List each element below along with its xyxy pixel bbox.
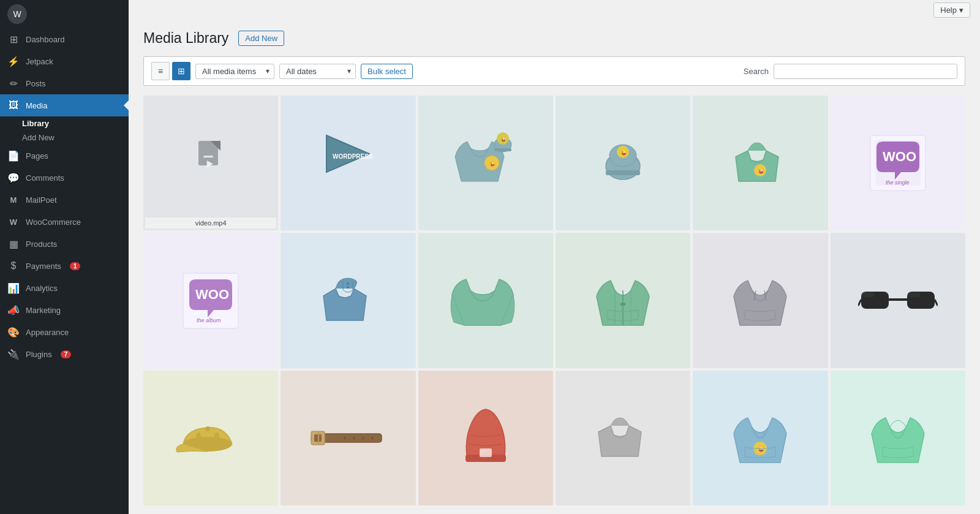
svg-point-28 — [347, 286, 349, 289]
svg-point-51 — [371, 437, 374, 439]
sidebar-item-analytics[interactable]: 📊 Analytics — [0, 277, 129, 299]
sidebar-item-payments[interactable]: $ Payments 1 — [0, 255, 129, 277]
media-item[interactable] — [556, 371, 690, 505]
woocommerce-icon: W — [7, 217, 20, 227]
plugins-badge: 7 — [61, 350, 72, 358]
sidebar-item-library[interactable]: Library — [0, 116, 129, 130]
list-view-icon: ≡ — [158, 66, 163, 76]
main-content: Help ▾ Media Library Add New ≡ ⊞ All med… — [129, 0, 980, 514]
media-item[interactable]: 😜 — [693, 96, 827, 230]
media-type-filter[interactable]: All media items Images Audio Video — [195, 64, 274, 79]
pages-icon: 📄 — [7, 150, 20, 162]
sidebar-label-media: Media — [26, 101, 47, 110]
media-filter-wrapper: All media items Images Audio Video — [195, 64, 274, 79]
bulk-select-button[interactable]: Bulk select — [361, 64, 413, 79]
sidebar-label-mailpoet: MailPoet — [26, 195, 57, 205]
sidebar-label-posts: Posts — [26, 79, 46, 88]
svg-point-49 — [353, 437, 355, 439]
jetpack-icon: ⚡ — [7, 56, 20, 67]
svg-point-50 — [362, 437, 364, 439]
help-button[interactable]: Help ▾ — [933, 2, 970, 18]
svg-text:the album: the album — [197, 317, 221, 323]
sidebar-label-dashboard: Dashboard — [26, 35, 65, 44]
posts-icon: ✏ — [7, 78, 20, 89]
page-content: Media Library Add New ≡ ⊞ All media item… — [129, 20, 980, 514]
wp-logo-icon: W — [7, 4, 27, 24]
media-item[interactable] — [831, 233, 965, 368]
media-item[interactable]: 😜 — [556, 96, 690, 230]
sidebar-item-add-new[interactable]: Add New — [0, 130, 129, 145]
sidebar-label-pages: Pages — [26, 151, 48, 161]
sidebar-label-woocommerce: WooCommerce — [26, 217, 81, 227]
date-filter-wrapper: All dates January 2024 February 2024 — [279, 64, 356, 79]
svg-rect-10 — [494, 148, 511, 151]
svg-rect-53 — [480, 448, 492, 457]
media-item[interactable] — [143, 371, 278, 505]
media-item[interactable] — [281, 371, 415, 505]
media-item[interactable] — [418, 371, 553, 505]
video-label: video.mp4 — [145, 217, 276, 229]
sidebar-label-analytics: Analytics — [26, 284, 58, 293]
svg-line-37 — [935, 300, 938, 306]
add-new-button[interactable]: Add New — [238, 31, 284, 46]
sidebar-item-plugins[interactable]: 🔌 Plugins 7 — [0, 343, 129, 365]
view-toggle: ≡ ⊞ — [151, 62, 190, 80]
payments-badge: 1 — [70, 262, 81, 270]
sidebar-label-payments: Payments — [26, 262, 61, 271]
video-icon — [192, 134, 229, 177]
media-item[interactable] — [281, 233, 415, 368]
media-item[interactable] — [418, 233, 553, 368]
sidebar-item-products[interactable]: ▦ Products — [0, 233, 129, 255]
date-filter[interactable]: All dates January 2024 February 2024 — [279, 64, 356, 79]
marketing-icon: 📣 — [7, 304, 20, 316]
active-arrow — [124, 100, 129, 110]
svg-text:😜: 😜 — [620, 149, 628, 156]
svg-rect-39 — [908, 292, 920, 297]
svg-text:😜: 😜 — [500, 136, 507, 142]
sidebar-logo: W — [0, 0, 129, 28]
payments-icon: $ — [7, 260, 20, 271]
sidebar-item-dashboard[interactable]: ⊞ Dashboard — [0, 28, 129, 50]
sidebar-item-appearance[interactable]: 🎨 Appearance — [0, 321, 129, 343]
media-item[interactable] — [831, 371, 965, 505]
sidebar-label-jetpack: Jetpack — [26, 57, 53, 66]
media-item[interactable]: video.mp4 — [143, 96, 278, 230]
topbar: Help ▾ — [129, 0, 980, 20]
search-input[interactable] — [774, 64, 957, 79]
media-item[interactable]: WOO the single — [831, 96, 965, 230]
page-title: Media Library — [143, 30, 228, 47]
sidebar-item-media[interactable]: 🖼 Media — [0, 94, 129, 116]
svg-rect-30 — [620, 303, 625, 306]
svg-point-27 — [347, 282, 349, 285]
sidebar-item-woocommerce[interactable]: W WooCommerce — [0, 211, 129, 233]
media-item[interactable]: WORDPRESS — [281, 96, 415, 230]
sidebar-item-comments[interactable]: 💬 Comments — [0, 167, 129, 189]
sidebar-item-mailpoet[interactable]: M MailPoet — [0, 189, 129, 211]
search-label: Search — [744, 67, 769, 76]
svg-rect-14 — [606, 170, 640, 175]
svg-text:WOO: WOO — [883, 149, 916, 164]
svg-point-48 — [344, 437, 346, 439]
media-item[interactable]: WOO the album — [143, 233, 278, 368]
svg-line-36 — [858, 300, 861, 306]
sidebar-label-marketing: Marketing — [26, 306, 61, 315]
sidebar-item-pages[interactable]: 📄 Pages — [0, 145, 129, 167]
grid-view-button[interactable]: ⊞ — [172, 62, 190, 80]
list-view-button[interactable]: ≡ — [151, 62, 170, 80]
sidebar-item-marketing[interactable]: 📣 Marketing — [0, 299, 129, 321]
sidebar-label-comments: Comments — [26, 173, 64, 183]
svg-text:😜: 😜 — [758, 445, 765, 453]
sidebar-item-posts[interactable]: ✏ Posts — [0, 72, 129, 94]
svg-point-43 — [214, 433, 219, 440]
media-item[interactable]: 😜 😜 — [418, 96, 553, 230]
media-item[interactable]: 😜 — [693, 371, 827, 505]
media-item[interactable] — [693, 233, 827, 368]
media-icon: 🖼 — [7, 100, 20, 111]
help-chevron-icon: ▾ — [959, 6, 963, 15]
sidebar-item-jetpack[interactable]: ⚡ Jetpack — [0, 50, 129, 72]
svg-text:😜: 😜 — [758, 167, 765, 175]
comments-icon: 💬 — [7, 172, 20, 184]
products-icon: ▦ — [7, 238, 20, 250]
sidebar-label-products: Products — [26, 240, 57, 249]
media-item[interactable] — [556, 233, 690, 368]
